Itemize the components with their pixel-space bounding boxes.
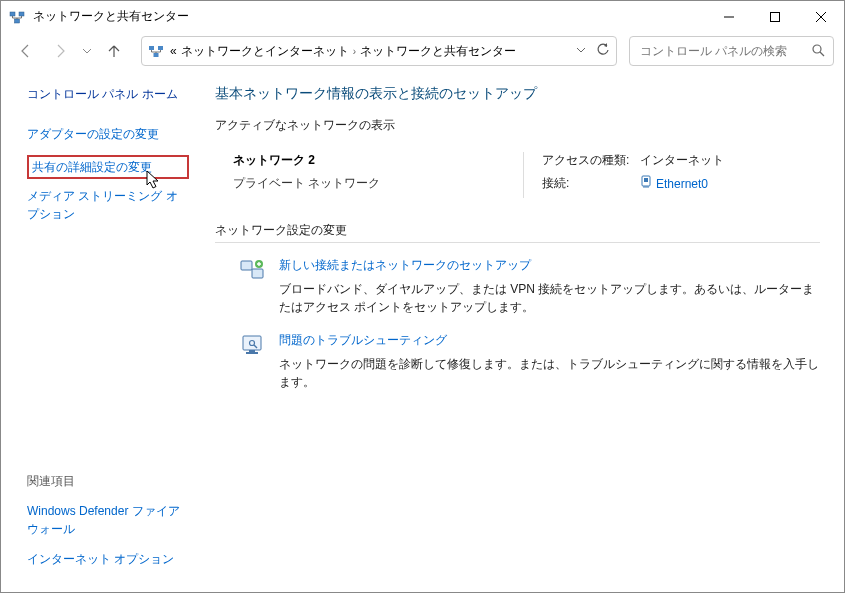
search-icon[interactable] xyxy=(811,43,825,60)
svg-line-11 xyxy=(820,52,824,56)
maximize-button[interactable] xyxy=(752,1,798,33)
sidebar-link-adapter-settings[interactable]: アダプターの設定の変更 xyxy=(27,125,189,143)
back-button[interactable] xyxy=(11,37,41,65)
sidebar-link-media-streaming[interactable]: メディア ストリーミング オプション xyxy=(27,187,189,223)
svg-rect-2 xyxy=(15,19,20,23)
navigation-bar: « ネットワークとインターネット › ネットワークと共有センター xyxy=(1,33,844,69)
setting-new-connection-link[interactable]: 新しい接続またはネットワークのセットアップ xyxy=(279,257,531,274)
search-input[interactable] xyxy=(638,43,811,59)
svg-rect-4 xyxy=(771,12,780,21)
sidebar-link-advanced-sharing[interactable]: 共有の詳細設定の変更 xyxy=(27,155,189,179)
main-content: 基本ネットワーク情報の表示と接続のセットアップ アクティブなネットワークの表示 … xyxy=(201,69,844,592)
svg-rect-13 xyxy=(644,178,648,182)
svg-rect-9 xyxy=(154,53,159,57)
svg-rect-0 xyxy=(10,12,15,16)
setting-new-connection-desc: ブロードバンド、ダイヤルアップ、または VPN 接続をセットアップします。あるい… xyxy=(279,280,820,316)
network-center-icon xyxy=(148,43,164,59)
troubleshoot-icon xyxy=(239,332,267,360)
svg-rect-1 xyxy=(19,12,24,16)
minimize-button[interactable] xyxy=(706,1,752,33)
breadcrumb-prefix: « xyxy=(170,44,177,58)
access-type-label: アクセスの種類: xyxy=(542,152,640,169)
refresh-icon[interactable] xyxy=(596,43,610,60)
breadcrumb-item[interactable]: ネットワークと共有センター xyxy=(360,43,516,60)
titlebar: ネットワークと共有センター xyxy=(1,1,844,33)
svg-rect-17 xyxy=(241,261,252,270)
window-title: ネットワークと共有センター xyxy=(33,8,706,25)
network-settings-header: ネットワーク設定の変更 xyxy=(215,222,820,243)
svg-rect-22 xyxy=(246,352,258,354)
connection-value: Ethernet0 xyxy=(656,177,708,191)
chevron-right-icon[interactable]: › xyxy=(353,46,356,57)
setting-new-connection: 新しい接続またはネットワークのセットアップ ブロードバンド、ダイヤルアップ、また… xyxy=(215,257,820,332)
network-center-icon xyxy=(9,9,25,25)
active-networks-label: アクティブなネットワークの表示 xyxy=(215,117,820,134)
close-button[interactable] xyxy=(798,1,844,33)
svg-rect-8 xyxy=(158,46,163,50)
setting-troubleshoot-link[interactable]: 問題のトラブルシューティング xyxy=(279,332,447,349)
sidebar: コントロール パネル ホーム アダプターの設定の変更 共有の詳細設定の変更 メデ… xyxy=(1,69,201,592)
recent-dropdown[interactable] xyxy=(79,37,95,65)
search-box[interactable] xyxy=(629,36,834,66)
connection-link[interactable]: Ethernet0 xyxy=(640,175,708,192)
window-controls xyxy=(706,1,844,33)
svg-rect-7 xyxy=(149,46,154,50)
page-heading: 基本ネットワーク情報の表示と接続のセットアップ xyxy=(215,85,820,103)
svg-rect-20 xyxy=(243,336,261,350)
sidebar-link-internet-options[interactable]: インターネット オプション xyxy=(27,550,189,568)
svg-rect-21 xyxy=(249,350,255,352)
ethernet-icon xyxy=(640,175,652,192)
connection-label: 接続: xyxy=(542,175,640,192)
chevron-down-icon[interactable] xyxy=(576,44,586,58)
address-bar[interactable]: « ネットワークとインターネット › ネットワークと共有センター xyxy=(141,36,617,66)
active-network-row: ネットワーク 2 プライベート ネットワーク アクセスの種類: インターネット … xyxy=(215,146,820,216)
control-panel-home-link[interactable]: コントロール パネル ホーム xyxy=(27,85,189,103)
forward-button[interactable] xyxy=(45,37,75,65)
svg-point-10 xyxy=(813,45,821,53)
new-connection-icon xyxy=(239,257,267,285)
sidebar-link-defender-firewall[interactable]: Windows Defender ファイアウォール xyxy=(27,502,189,538)
access-type-value: インターネット xyxy=(640,152,724,169)
network-type: プライベート ネットワーク xyxy=(233,175,523,192)
related-items-heading: 関連項目 xyxy=(27,473,189,490)
network-name: ネットワーク 2 xyxy=(233,152,523,169)
svg-rect-18 xyxy=(252,269,263,278)
setting-troubleshoot-desc: ネットワークの問題を診断して修復します。または、トラブルシューティングに関する情… xyxy=(279,355,820,391)
breadcrumb-item[interactable]: ネットワークとインターネット xyxy=(181,43,349,60)
breadcrumb[interactable]: « ネットワークとインターネット › ネットワークと共有センター xyxy=(170,43,570,60)
up-button[interactable] xyxy=(99,37,129,65)
setting-troubleshoot: 問題のトラブルシューティング ネットワークの問題を診断して修復します。または、ト… xyxy=(215,332,820,407)
